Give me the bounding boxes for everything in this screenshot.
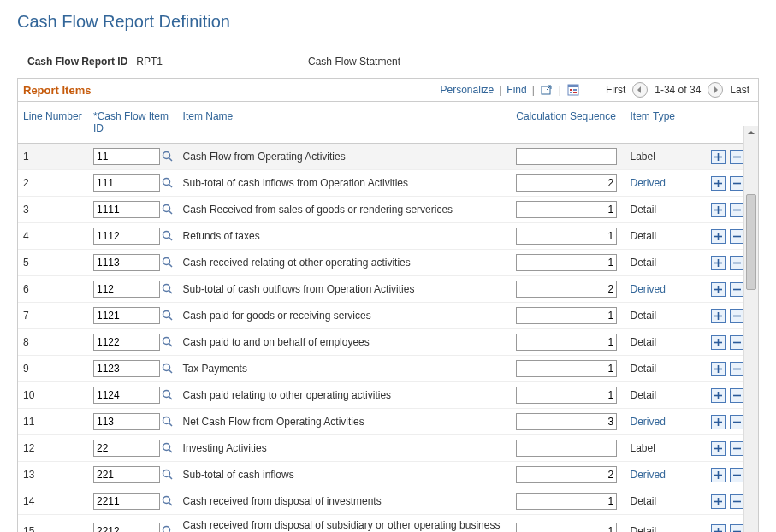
calc-sequence-input[interactable] (516, 413, 617, 430)
lookup-icon[interactable] (162, 335, 174, 349)
calc-sequence-input[interactable] (516, 254, 617, 271)
zoom-icon[interactable] (540, 83, 554, 97)
lookup-icon[interactable] (162, 415, 174, 429)
delete-row-button[interactable] (730, 362, 744, 376)
calc-sequence-input[interactable] (516, 387, 617, 404)
cash-flow-item-id-input[interactable] (93, 387, 160, 404)
lookup-icon[interactable] (162, 203, 174, 216)
find-link[interactable]: Find (506, 84, 526, 96)
lookup-icon[interactable] (162, 176, 174, 190)
nav-first[interactable]: First (606, 84, 625, 96)
cash-flow-item-id-input[interactable] (93, 360, 160, 377)
cash-flow-item-id-input[interactable] (93, 334, 160, 351)
delete-row-button[interactable] (730, 441, 744, 456)
add-row-button[interactable] (711, 229, 726, 244)
cash-flow-item-id-input[interactable] (93, 523, 160, 532)
delete-row-button[interactable] (730, 282, 744, 297)
lookup-icon[interactable] (162, 441, 174, 455)
item-type[interactable]: Derived (631, 283, 666, 295)
add-row-button[interactable] (711, 282, 726, 297)
delete-row-button[interactable] (730, 388, 744, 403)
cash-flow-item-id-input[interactable] (93, 201, 160, 218)
delete-row-button[interactable] (730, 176, 744, 191)
add-row-button[interactable] (711, 415, 726, 429)
add-row-button[interactable] (711, 441, 726, 456)
calc-sequence-input[interactable] (516, 201, 617, 218)
delete-row-button[interactable] (730, 229, 744, 244)
add-row-button[interactable] (711, 524, 726, 533)
delete-row-button[interactable] (730, 309, 744, 323)
report-items-grid: Report Items Personalize | Find | | (17, 78, 759, 532)
download-icon[interactable] (566, 83, 580, 97)
calc-sequence-input[interactable] (516, 228, 617, 245)
scroll-thumb[interactable] (746, 194, 756, 290)
line-number-cell: 10 (18, 382, 88, 409)
add-row-button[interactable] (711, 256, 726, 270)
cash-flow-item-id-input[interactable] (93, 440, 160, 457)
cash-flow-item-id-input[interactable] (93, 174, 160, 192)
cash-flow-item-id-input[interactable] (93, 307, 160, 324)
cash-flow-item-id-input[interactable] (93, 228, 160, 245)
add-row-button[interactable] (711, 362, 726, 376)
calc-sequence-input[interactable] (516, 360, 617, 377)
lookup-icon[interactable] (162, 150, 174, 163)
col-item-type[interactable]: Item Type (625, 102, 706, 144)
cash-flow-item-id-input[interactable] (93, 493, 160, 510)
delete-row-button[interactable] (730, 256, 744, 270)
line-number-cell: 8 (18, 329, 88, 356)
col-calc-sequence[interactable]: Calculation Sequence (511, 102, 625, 144)
add-row-button[interactable] (711, 203, 726, 217)
add-row-button[interactable] (711, 388, 726, 403)
lookup-icon[interactable] (162, 282, 174, 296)
lookup-icon[interactable] (162, 256, 174, 269)
add-row-button[interactable] (711, 150, 726, 164)
svg-line-48 (169, 370, 173, 374)
calc-sequence-input[interactable] (516, 148, 617, 165)
lookup-icon[interactable] (162, 524, 174, 532)
calc-sequence-input[interactable] (516, 174, 617, 192)
svg-point-52 (163, 391, 170, 398)
item-type[interactable]: Derived (631, 416, 666, 428)
delete-row-button[interactable] (730, 524, 744, 533)
prev-page-button[interactable] (632, 82, 648, 98)
delete-row-button[interactable] (730, 468, 744, 482)
lookup-icon[interactable] (162, 494, 174, 508)
lookup-icon[interactable] (162, 362, 174, 375)
delete-row-button[interactable] (730, 335, 744, 350)
next-page-button[interactable] (708, 82, 723, 98)
calc-sequence-input[interactable] (516, 281, 617, 298)
calc-sequence-input[interactable] (516, 334, 617, 351)
calc-sequence-input[interactable] (516, 307, 617, 324)
scroll-up-button[interactable] (744, 126, 758, 139)
add-row-button[interactable] (711, 309, 726, 323)
add-row-button[interactable] (711, 494, 726, 509)
lookup-icon[interactable] (162, 309, 174, 322)
col-item-name[interactable]: Item Name (178, 102, 512, 144)
lookup-icon[interactable] (162, 388, 174, 402)
cash-flow-item-id-input[interactable] (93, 413, 160, 430)
cash-flow-item-id-input[interactable] (93, 466, 160, 483)
calc-sequence-input[interactable] (516, 440, 617, 457)
add-row-button[interactable] (711, 468, 726, 482)
lookup-icon[interactable] (162, 229, 174, 243)
calc-sequence-input[interactable] (516, 523, 617, 532)
delete-row-button[interactable] (730, 494, 744, 509)
item-type[interactable]: Derived (631, 469, 666, 481)
cash-flow-item-id-input[interactable] (93, 254, 160, 271)
item-type[interactable]: Derived (631, 177, 666, 189)
add-row-button[interactable] (711, 335, 726, 350)
lookup-icon[interactable] (162, 468, 174, 482)
add-row-button[interactable] (711, 176, 726, 191)
personalize-link[interactable]: Personalize (441, 84, 495, 96)
delete-row-button[interactable] (730, 415, 744, 429)
nav-last[interactable]: Last (730, 84, 749, 96)
col-cash-flow-item-id[interactable]: *Cash Flow Item ID (88, 102, 178, 144)
calc-sequence-input[interactable] (516, 466, 617, 483)
delete-row-button[interactable] (730, 203, 744, 217)
delete-row-button[interactable] (730, 150, 744, 164)
cash-flow-item-id-input[interactable] (93, 148, 160, 165)
cash-flow-item-id-input[interactable] (93, 281, 160, 298)
vertical-scrollbar[interactable] (743, 126, 758, 532)
calc-sequence-input[interactable] (516, 493, 617, 510)
col-line-number[interactable]: Line Number (18, 102, 88, 144)
